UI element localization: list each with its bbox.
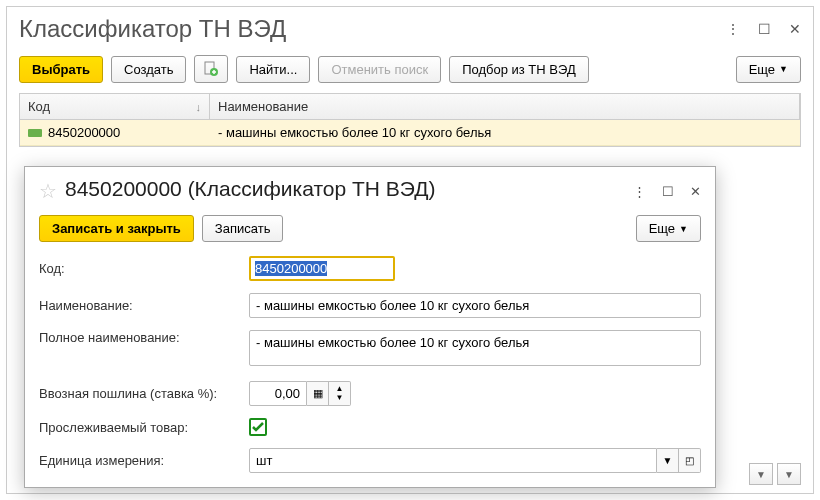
row-item-icon [28,129,42,137]
traceable-checkbox[interactable] [249,418,267,436]
dialog-close-icon[interactable]: ✕ [690,184,701,199]
scroll-down-end-button[interactable]: ▼ [777,463,801,485]
column-header-code[interactable]: Код ↓ [20,94,210,119]
page-title: Классификатор ТН ВЭД [19,15,726,43]
cancel-search-button: Отменить поиск [318,56,441,83]
select-button[interactable]: Выбрать [19,56,103,83]
document-add-icon [203,61,219,77]
name-input[interactable] [249,293,701,318]
duty-value-input[interactable] [249,381,307,406]
dialog-more-button[interactable]: Еще▼ [636,215,701,242]
close-icon[interactable]: ✕ [789,21,801,37]
scroll-controls: ▼ ▼ [749,463,801,485]
more-button[interactable]: Еще▼ [736,56,801,83]
favorite-star-icon[interactable]: ☆ [39,181,57,201]
column-header-name[interactable]: Наименование [210,94,800,119]
fullname-input[interactable] [249,330,701,366]
duty-stepper: ▦ ▲ ▼ [249,381,351,406]
duty-label: Ввозная пошлина (ставка %): [39,386,239,401]
unit-open-button[interactable]: ◰ [679,448,701,473]
sort-arrow-icon: ↓ [196,101,202,113]
unit-input[interactable] [249,448,657,473]
unit-dropdown-button[interactable]: ▼ [657,448,679,473]
code-label: Код: [39,261,239,276]
dialog-title: 8450200000 (Классификатор ТН ВЭД) [65,177,625,201]
chevron-down-icon: ▼ [679,224,688,234]
unit-label: Единица измерения: [39,453,239,468]
save-and-close-button[interactable]: Записать и закрыть [39,215,194,242]
add-copy-button[interactable] [194,55,228,83]
checkmark-icon [251,420,265,434]
dialog-kebab-icon[interactable]: ⋮ [633,184,646,199]
edit-dialog: ☆ 8450200000 (Классификатор ТН ВЭД) ⋮ ☐ … [24,166,716,488]
calculator-icon[interactable]: ▦ [307,381,329,406]
dialog-maximize-icon[interactable]: ☐ [662,184,674,199]
table-row[interactable]: 8450200000 - машины емкостью более 10 кг… [20,120,800,146]
main-toolbar: Выбрать Создать Найти... Отменить поиск … [7,55,813,93]
scroll-down-button[interactable]: ▼ [749,463,773,485]
fullname-label: Полное наименование: [39,330,239,345]
traceable-label: Прослеживаемый товар: [39,420,239,435]
data-table: Код ↓ Наименование 8450200000 - машины е… [19,93,801,147]
main-title-bar: Классификатор ТН ВЭД ⋮ ☐ ✕ [7,7,813,55]
row-name: - машины емкостью более 10 кг сухого бел… [210,120,800,145]
spinner-down-icon[interactable]: ▼ [336,394,344,403]
find-button[interactable]: Найти... [236,56,310,83]
maximize-icon[interactable]: ☐ [758,21,771,37]
row-code: 8450200000 [48,125,120,140]
create-button[interactable]: Создать [111,56,186,83]
code-input[interactable]: 8450200000 [249,256,395,281]
spinner-buttons[interactable]: ▲ ▼ [329,381,351,406]
name-label: Наименование: [39,298,239,313]
kebab-menu-icon[interactable]: ⋮ [726,21,740,37]
chevron-down-icon: ▼ [779,64,788,74]
pick-from-button[interactable]: Подбор из ТН ВЭД [449,56,589,83]
save-button[interactable]: Записать [202,215,284,242]
